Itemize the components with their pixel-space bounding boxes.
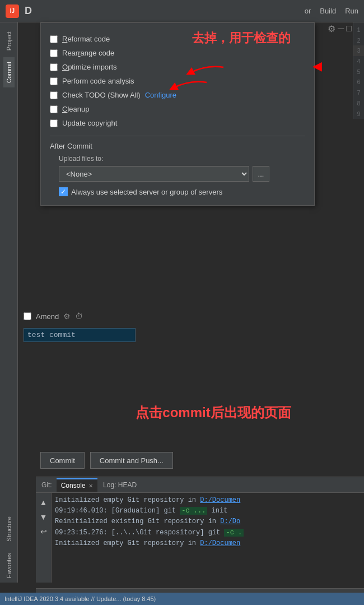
top-bar: IJ D or Build Run [0,0,364,22]
git-log-line-5: Initialized empty Git repository in D:/D… [55,538,361,549]
app-logo: IJ [6,4,19,18]
git-link-2[interactable]: D:/Do [220,518,240,525]
after-commit-section-label: After Commit [50,142,305,150]
commit-message-text: test commit [24,328,136,342]
amend-history-icon[interactable]: ⏱ [75,312,83,321]
optimize-label: Optimize imports [62,63,117,71]
always-use-label: Always use selected server or group of s… [71,188,222,196]
amend-row: Amend ⚙ ⏱ [24,312,83,321]
git-log-output: Initialized empty Git repository in D:/D… [52,493,364,583]
reformat-checkbox[interactable] [50,35,58,43]
upload-select[interactable]: <None> [59,166,249,182]
status-bar: IntelliJ IDEA 2020.3.4 available // Upda… [0,593,364,605]
git-console: Git: Console ✕ Log: HEAD ▲ ▼ ↩ Initializ… [36,477,364,583]
amend-label: Amend [36,312,59,321]
git-log-line-2: 09:19:46.010: [Graduation] git -c ... in… [55,506,361,516]
rearrange-label: Rearrange code [62,49,114,57]
arrow-svg-2 [162,80,218,96]
git-console-tabs: Git: Console ✕ Log: HEAD [36,477,364,493]
cleanup-label: Cleanup [62,105,89,113]
sidebar-item-favorites[interactable]: Favorites [3,548,15,583]
todo-label: Check TODO (Show All) [62,91,141,99]
commit-and-push-button[interactable]: Commit and Push... [90,452,173,469]
menu-run[interactable]: Run [345,7,358,15]
perform-label: Perform code analysis [62,77,134,85]
git-tab-log[interactable]: Log: HEAD [99,479,141,491]
commit-buttons: Commit Commit and Push... [40,452,173,469]
amend-checkbox[interactable] [24,312,31,320]
git-link-1[interactable]: D:/Documen [200,496,240,504]
maximize-icon[interactable]: □ [346,24,352,34]
upload-files-label: Upload files to: [59,155,305,163]
main-content: 去掉，用于检查的 Reformat code Rearrange code Op… [18,22,364,605]
checkbox-cleanup: Cleanup [50,102,305,116]
always-use-checkbox[interactable]: ✓ [59,187,68,196]
status-text: IntelliJ IDEA 2020.3.4 available // Upda… [4,595,156,602]
big-annotation: 点击commit后出现的页面 [63,404,364,422]
menu-or[interactable]: or [305,7,311,15]
optimize-checkbox[interactable] [50,63,58,71]
rearrange-checkbox[interactable] [50,49,58,57]
annotation-text: 去掉，用于检查的 [192,30,291,47]
git-link-3[interactable]: D:/Documen [200,539,240,547]
copyright-checkbox[interactable] [50,119,58,127]
arrow-optimize: ◀ [312,59,322,73]
copyright-label: Update copyright [62,119,117,127]
top-menu: or Build Run [305,7,358,15]
checkbox-rearrange: Rearrange code [50,46,305,60]
upload-row: <None> ... [59,166,305,182]
menu-build[interactable]: Build [320,7,336,15]
git-cmd-1: -c ... [180,507,207,515]
git-cmd-2: -c . [224,529,244,537]
git-log-line-4: 09:23:15.276: [..\..\Git respository] gi… [55,528,361,538]
always-use-row: ✓ Always use selected server or group of… [59,187,305,196]
minimize-icon[interactable]: ─ [338,24,344,34]
sidebar-item-commit[interactable]: Commit [3,57,15,87]
cleanup-checkbox[interactable] [50,105,58,113]
perform-checkbox[interactable] [50,77,58,85]
sidebar-item-structure[interactable]: Structure [3,512,15,546]
left-sidebar: Project Commit Structure Favorites [0,22,18,583]
commit-message-area: test commit [24,328,136,342]
git-scroll-down-button[interactable]: ▼ [38,511,50,523]
git-scroll-up-button[interactable]: ▲ [38,496,50,509]
checkbox-optimize: Optimize imports ◀ [50,60,305,74]
git-tab-console[interactable]: Console ✕ [57,478,97,492]
sidebar-item-project[interactable]: Project [3,27,15,55]
git-log-line-1: Initialized empty Git repository in D:/D… [55,495,361,506]
git-tab-close-icon[interactable]: ✕ [88,483,93,489]
git-actions-panel: ▲ ▼ ↩ [36,493,52,583]
amend-settings-icon[interactable]: ⚙ [63,312,71,321]
todo-checkbox[interactable] [50,91,58,99]
checkbox-perform: Perform code analysis [50,74,305,88]
project-letter: D [25,5,32,17]
git-log-line-3: Reinitialized existing Git repository in… [55,516,361,527]
before-commit-popup: 去掉，用于检查的 Reformat code Rearrange code Op… [40,22,315,206]
reformat-label: Reformat code [62,35,110,43]
git-prefix-label: Git: [41,481,52,489]
settings-icon[interactable]: ⚙ [328,24,335,34]
line-numbers: 1 2 3 4 5 6 7 8 9 [353,22,364,119]
commit-button[interactable]: Commit [40,452,85,469]
popup-controls: ⚙ ─ □ [328,24,352,34]
checkbox-copyright: Update copyright [50,116,305,130]
upload-browse-button[interactable]: ... [253,166,269,182]
git-wrap-button[interactable]: ↩ [38,525,50,538]
